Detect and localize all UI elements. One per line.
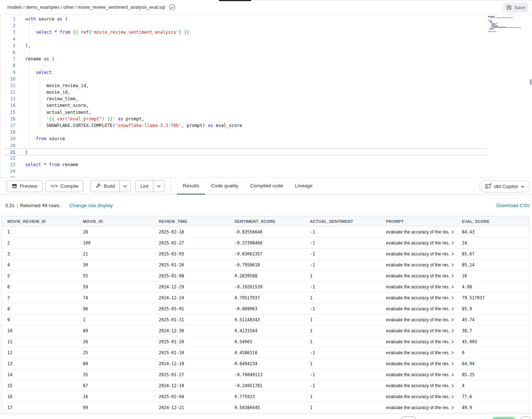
expand-cell-icon[interactable] bbox=[451, 351, 454, 355]
code-line[interactable]: 7rename as ( bbox=[4, 56, 487, 62]
expand-cell-icon[interactable] bbox=[451, 406, 454, 409]
code-line[interactable]: 9 select bbox=[4, 69, 487, 76]
eval-score-cell: 49.9 bbox=[457, 402, 529, 413]
table-row: 15672024-12-19-0.24951781-1evaluate the … bbox=[2, 380, 529, 391]
code-line[interactable]: 8 bbox=[4, 62, 487, 69]
code-line[interactable]: 2 bbox=[4, 22, 487, 29]
build-button[interactable]: Build bbox=[91, 180, 119, 192]
download-csv-link[interactable]: Download CSV bbox=[496, 203, 530, 208]
code-line[interactable]: 6 bbox=[4, 49, 487, 56]
expand-cell-icon[interactable] bbox=[451, 318, 454, 322]
table-cell: -1 bbox=[305, 237, 381, 248]
table-cell: 2024-12-24 bbox=[153, 292, 229, 303]
prompt-preview: evaluate the accuracy of the res... bbox=[386, 306, 449, 311]
prompt-preview: evaluate the accuracy of the res... bbox=[386, 262, 449, 268]
tab-code-quality[interactable]: Code quality bbox=[205, 177, 244, 195]
build-dropdown-button[interactable] bbox=[119, 180, 130, 192]
tab-lineage[interactable]: Lineage bbox=[289, 177, 318, 195]
lint-button-group: Lint bbox=[135, 180, 164, 192]
preview-button[interactable]: Preview bbox=[7, 180, 42, 192]
line-number: 19 bbox=[4, 135, 15, 142]
expand-cell-icon[interactable] bbox=[451, 263, 454, 267]
code-line[interactable]: 17 SNOWFLAKE.CORTEX.COMPLETE('snowflake-… bbox=[4, 122, 487, 129]
code-line[interactable]: 12 movie_id, bbox=[4, 89, 487, 96]
code-line[interactable]: 14 sentiment_score, bbox=[4, 102, 487, 109]
wrench-icon bbox=[96, 183, 101, 189]
dbt-ide-page: models / demo_examples / other / movie_r… bbox=[0, 0, 532, 419]
column-header-eval_score[interactable]: EVAL_SCORE bbox=[457, 216, 529, 227]
partial-button[interactable] bbox=[400, 416, 417, 419]
prompt-preview: evaluate the accuracy of the res... bbox=[386, 251, 449, 257]
change-row-display-link[interactable]: Change row display bbox=[69, 203, 113, 208]
partial-green-button[interactable] bbox=[491, 417, 516, 419]
copilot-chat-icon bbox=[485, 183, 491, 190]
table-row: 1282025-02-18-0.83556646-1evaluate the a… bbox=[2, 227, 529, 237]
tab-results[interactable]: Results bbox=[177, 177, 205, 195]
tab-compiled-code[interactable]: Compiled code bbox=[244, 177, 289, 195]
expand-cell-icon[interactable] bbox=[451, 230, 454, 234]
code-line[interactable]: 4 bbox=[4, 36, 487, 42]
code-line[interactable]: 1with source as ( bbox=[4, 16, 487, 22]
prompt-cell: evaluate the accuracy of the res... bbox=[381, 303, 457, 314]
column-header-prompt[interactable]: PROMPT bbox=[381, 216, 457, 227]
expand-cell-icon[interactable] bbox=[451, 329, 454, 333]
table-cell: 2025-02-04 bbox=[153, 391, 229, 402]
expand-cell-icon[interactable] bbox=[451, 296, 454, 300]
code-line[interactable]: 15 actual_sentiment, bbox=[4, 109, 487, 116]
prompt-cell: evaluate the accuracy of the res... bbox=[381, 347, 457, 358]
dbt-copilot-button[interactable]: dbt Copilot bbox=[479, 180, 530, 192]
scrollbar-thumb[interactable] bbox=[530, 79, 532, 85]
code-line[interactable]: 24 bbox=[4, 168, 487, 175]
partial-button[interactable] bbox=[520, 416, 532, 419]
expand-cell-icon[interactable] bbox=[451, 384, 454, 388]
table-cell: 3 bbox=[2, 248, 78, 259]
code-line[interactable]: 20 bbox=[4, 142, 487, 149]
prompt-preview: evaluate the accuracy of the res... bbox=[386, 405, 449, 410]
code-line[interactable]: 18 bbox=[4, 129, 487, 135]
table-row: 16162025-02-040.7759231evaluate the accu… bbox=[2, 391, 529, 402]
minimap[interactable] bbox=[488, 16, 529, 33]
lint-dropdown-button[interactable] bbox=[153, 180, 164, 192]
code-line[interactable]: 16 '{{ var("eval_prompt") }}' as prompt, bbox=[4, 116, 487, 122]
code-editor[interactable]: 1with source as (23 select * from {{ ref… bbox=[0, 15, 532, 177]
code-line[interactable]: 21) bbox=[4, 149, 487, 155]
column-header-review_time[interactable]: REVIEW_TIME bbox=[153, 216, 229, 227]
code-line[interactable]: 22 bbox=[4, 155, 487, 161]
table-cell: 26 bbox=[78, 336, 153, 347]
code-line[interactable]: 13 review_time, bbox=[4, 96, 487, 102]
table-cell: 0.54003 bbox=[229, 336, 305, 347]
expand-cell-icon[interactable] bbox=[451, 373, 454, 377]
table-cell: 17 bbox=[2, 402, 78, 413]
column-header-movie_id[interactable]: MOVIE_ID bbox=[78, 216, 153, 227]
expand-cell-icon[interactable] bbox=[451, 395, 454, 399]
summary-divider: | bbox=[17, 203, 18, 208]
column-header-movie_review_id[interactable]: MOVIE_REVIEW_ID bbox=[2, 216, 78, 227]
query-summary: 3.2s | Returned 49 rows. bbox=[5, 203, 60, 208]
table-cell: 25 bbox=[78, 347, 153, 358]
expand-cell-icon[interactable] bbox=[451, 362, 454, 366]
expand-cell-icon[interactable] bbox=[451, 274, 454, 278]
editor-scrollbar[interactable] bbox=[529, 15, 532, 177]
eval-score-cell: 24 bbox=[457, 237, 529, 248]
code-line[interactable]: 10 bbox=[4, 76, 487, 82]
lint-button[interactable]: Lint bbox=[135, 180, 153, 192]
column-header-actual_sentiment[interactable]: ACTUAL_SENTIMENT bbox=[305, 216, 381, 227]
line-number: 8 bbox=[4, 62, 15, 69]
code-line[interactable]: 23select * from rename bbox=[4, 161, 487, 168]
column-header-sentiment_score[interactable]: SENTIMENT_SCORE bbox=[229, 216, 305, 227]
file-modified-icon[interactable] bbox=[169, 4, 176, 11]
code-line[interactable]: 11 movie_review_id, bbox=[4, 82, 487, 89]
save-button[interactable]: Save bbox=[503, 3, 528, 12]
expand-cell-icon[interactable] bbox=[451, 307, 454, 311]
code-line[interactable]: 25 bbox=[4, 175, 487, 178]
expand-cell-icon[interactable] bbox=[451, 285, 454, 289]
expand-cell-icon[interactable] bbox=[451, 241, 454, 245]
expand-cell-icon[interactable] bbox=[451, 252, 454, 256]
expand-cell-icon[interactable] bbox=[451, 340, 454, 344]
table-cell: 2024-12-30 bbox=[153, 325, 229, 336]
compile-button[interactable]: </> Compile bbox=[45, 180, 83, 192]
code-line[interactable]: 5), bbox=[4, 42, 487, 49]
code-line[interactable]: 19 from source bbox=[4, 135, 487, 142]
breadcrumb[interactable]: models / demo_examples / other / movie_r… bbox=[7, 5, 165, 10]
code-line[interactable]: 3 select * from {{ ref('movie_review_sen… bbox=[4, 29, 487, 35]
